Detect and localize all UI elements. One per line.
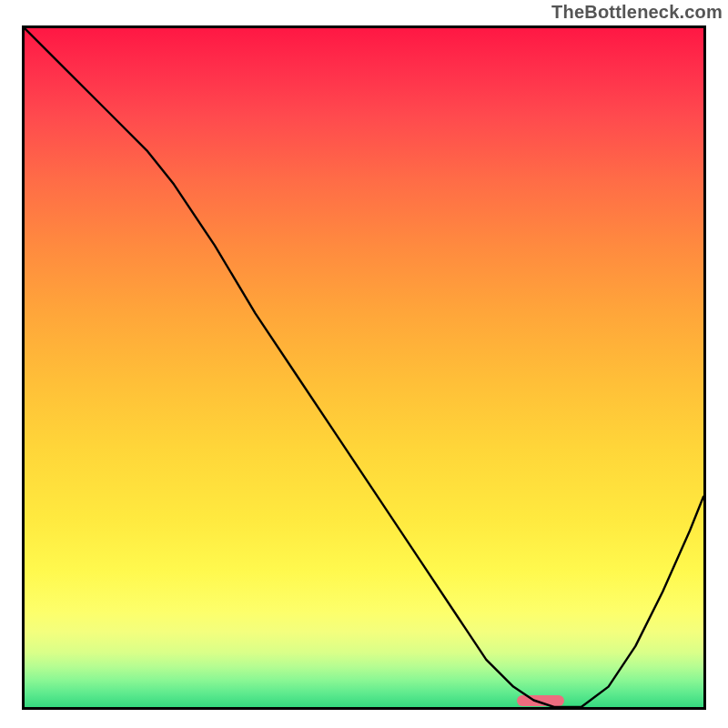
watermark-text: TheBottleneck.com [551, 2, 723, 23]
bottleneck-curve [25, 28, 703, 707]
chart-frame [22, 25, 706, 710]
